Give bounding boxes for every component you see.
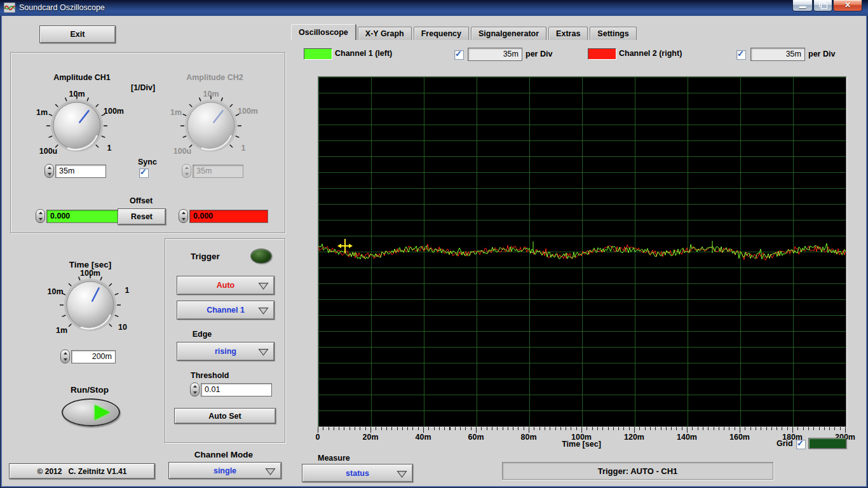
knob-label: 100m	[80, 269, 100, 278]
amplitude-ch1-knob[interactable]: 10m 100m 1 100u 1m	[29, 78, 125, 173]
client-area: Exit Amplitude CH1 [1/Div] Amplitude CH2	[0, 16, 868, 488]
play-icon	[95, 405, 110, 420]
channel1-label: Channel 1 (left)	[335, 49, 392, 58]
x-tick-label: 80m	[520, 433, 536, 442]
channel2-color-swatch	[588, 48, 616, 60]
trigger-status-bar: Trigger: AUTO - CH1	[502, 462, 773, 480]
amplitude-ch1-spinner[interactable]	[44, 164, 54, 178]
check-icon: ✓	[737, 49, 744, 58]
auto-set-button[interactable]: Auto Set	[174, 408, 276, 424]
tab-signalgenerator[interactable]: Signalgenerator	[471, 27, 546, 40]
channel2-label: Channel 2 (right)	[619, 49, 682, 58]
tab-bar: OscilloscopeX-Y GraphFrequencySignalgene…	[291, 24, 639, 40]
knob-label: 1m	[170, 108, 182, 117]
per-div-unit-label: [1/Div]	[131, 83, 155, 92]
sync-label: Sync	[138, 158, 157, 166]
tab-x-y-graph[interactable]: X-Y Graph	[358, 27, 412, 40]
grid-color-swatch[interactable]	[808, 438, 846, 449]
check-icon: ✓	[797, 438, 804, 448]
trigger-edge-value: rising	[215, 347, 236, 356]
offset-ch1-field[interactable]: 0.000	[46, 210, 119, 223]
channel1-color-swatch	[304, 48, 332, 60]
copyright-button[interactable]: © 2012 C. Zeitnitz V1.41	[9, 463, 155, 479]
time-knob[interactable]: 100m 1 10 1m 10m	[43, 257, 138, 353]
x-tick-label: 20m	[362, 433, 378, 442]
grid-checkbox[interactable]: ✓	[796, 440, 806, 449]
measure-select[interactable]: status	[302, 464, 413, 482]
chevron-down-icon	[265, 467, 276, 475]
sync-checkbox[interactable]: ✓	[139, 168, 149, 178]
time-spinner[interactable]	[60, 349, 70, 363]
tab-extras[interactable]: Extras	[548, 27, 588, 40]
trigger-source-value: Channel 1	[207, 306, 245, 315]
run-stop-label: Run/Stop	[58, 385, 121, 395]
channel-mode-select[interactable]: single	[168, 462, 281, 479]
chevron-down-icon	[258, 282, 269, 290]
offset-ch2-field[interactable]: 0.000	[189, 210, 268, 223]
x-tick-label: 60m	[468, 433, 484, 442]
minimize-icon	[799, 6, 806, 8]
channel1-perdiv-field[interactable]: 35m	[468, 48, 522, 61]
knob-label: 1m	[56, 326, 67, 335]
amplitude-ch1-value-field[interactable]: 35m	[55, 165, 106, 178]
x-tick-label: 40m	[415, 433, 431, 442]
amplitude-panel: Amplitude CH1 [1/Div] Amplitude CH2 10m	[10, 52, 285, 233]
channel2-perdiv-field[interactable]: 35m	[750, 48, 805, 61]
threshold-field[interactable]: 0.01	[201, 383, 272, 396]
check-icon: ✓	[140, 167, 147, 177]
oscilloscope-display[interactable]	[318, 76, 846, 427]
trigger-led	[250, 248, 272, 264]
channel-mode-value: single	[214, 466, 236, 475]
amplitude-ch2-value-field: 35m	[193, 165, 243, 178]
waveform-traces	[318, 77, 846, 426]
threshold-spinner[interactable]	[190, 383, 200, 396]
x-axis-title: Time [sec]	[543, 440, 620, 449]
channel2-perdiv-label: per Div	[808, 50, 835, 58]
offset-reset-button[interactable]: Reset	[118, 208, 166, 225]
channel1-checkbox[interactable]: ✓	[454, 50, 464, 60]
knob-label: 1	[241, 144, 246, 152]
offset-label: Offset	[122, 196, 160, 205]
trigger-edge-select[interactable]: rising	[177, 342, 275, 361]
channel-mode-label: Channel Mode	[186, 450, 262, 459]
trigger-mode-value: Auto	[217, 281, 234, 290]
knob-label: 10m	[47, 287, 63, 296]
close-icon: ✕	[834, 1, 862, 10]
window-minimize-button[interactable]	[792, 0, 813, 11]
knob-label: 100m	[238, 107, 258, 116]
knob-label: 10	[118, 323, 127, 332]
channel2-checkbox[interactable]: ✓	[736, 50, 746, 60]
tab-oscilloscope[interactable]: Oscilloscope	[291, 24, 356, 40]
check-icon: ✓	[455, 49, 462, 58]
trigger-title: Trigger	[177, 252, 234, 261]
time-value-field[interactable]: 200m	[71, 350, 116, 363]
tab-settings[interactable]: Settings	[590, 27, 636, 40]
window-restore-button[interactable]	[813, 0, 832, 11]
grid-label: Grid	[776, 439, 793, 448]
title-bar: Soundcard Oszilloscope ✕	[0, 0, 868, 16]
channel1-perdiv-label: per Div	[526, 50, 552, 58]
x-tick-label: 160m	[729, 433, 750, 442]
tab-frequency[interactable]: Frequency	[414, 27, 469, 40]
exit-button[interactable]: Exit	[39, 25, 116, 43]
measure-value: status	[346, 469, 369, 478]
knob-label: 100u	[39, 147, 58, 156]
x-tick-label: 0	[316, 433, 320, 442]
chevron-down-icon	[258, 348, 269, 356]
knob-label: 10m	[203, 90, 219, 98]
x-axis-ticks	[318, 427, 846, 433]
chevron-down-icon	[397, 470, 407, 478]
trigger-mode-select[interactable]: Auto	[177, 276, 275, 295]
measure-label: Measure	[318, 454, 350, 463]
run-stop-button[interactable]	[62, 398, 120, 426]
window-title: Soundcard Oszilloscope	[19, 3, 105, 12]
knob-label: 100u	[173, 147, 192, 156]
offset-ch2-spinner[interactable]	[179, 209, 188, 223]
knob-label: 1	[125, 286, 130, 295]
trigger-source-select[interactable]: Channel 1	[177, 301, 275, 320]
offset-ch1-spinner[interactable]	[36, 209, 45, 223]
knob-label: 10m	[69, 90, 85, 98]
app-window: Soundcard Oszilloscope ✕ Exit Amplitude …	[0, 0, 868, 488]
x-tick-label: 120m	[624, 433, 644, 442]
window-close-button[interactable]: ✕	[833, 0, 862, 11]
